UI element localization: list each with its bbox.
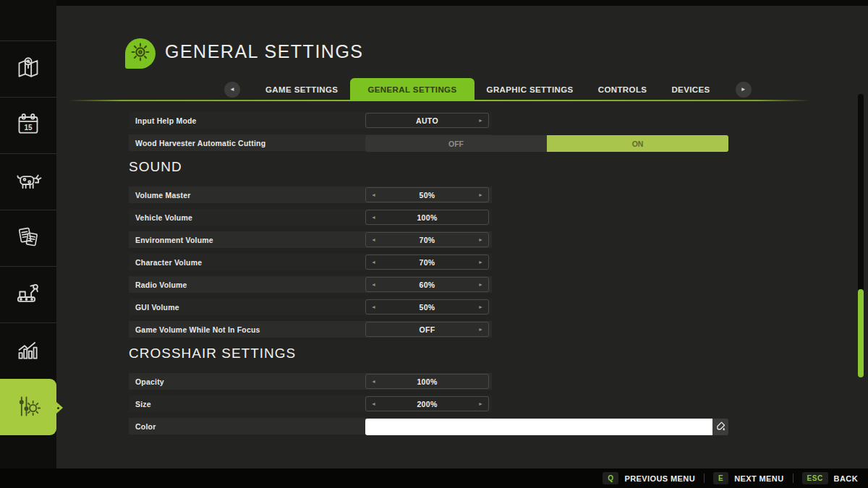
setting-row-volume-master: Volume Master ◄50%►: [129, 187, 492, 203]
color-swatch[interactable]: [365, 419, 712, 435]
setting-value-box[interactable]: ◄100%: [365, 374, 489, 389]
setting-row-radio-volume: Radio Volume ◄60%►: [129, 276, 492, 293]
setting-label: Radio Volume: [129, 281, 187, 289]
setting-value: OFF: [420, 325, 435, 334]
setting-row-game-volume-while-not-in-focus: Game Volume While Not In Focus OFF►: [129, 321, 492, 338]
stepper-left-arrow[interactable]: ◄: [371, 397, 376, 411]
setting-value: 200%: [417, 400, 437, 408]
sidebar-item-calendar[interactable]: 15: [0, 97, 56, 153]
shortcut-next-menu[interactable]: E NEXT MENU: [713, 472, 784, 484]
documents-icon: [14, 223, 43, 254]
setting-label: Volume Master: [129, 191, 191, 200]
sidebar-item-contracts[interactable]: [0, 210, 56, 266]
setting-label: Opacity: [129, 377, 164, 386]
setting-value: 50%: [420, 191, 435, 200]
setting-value: AUTO: [416, 116, 438, 125]
tab-devices[interactable]: DEVICES: [659, 78, 722, 101]
setting-row-environment-volume: Environment Volume ◄70%►: [129, 231, 492, 248]
statistics-icon: [14, 335, 43, 367]
scrollbar-thumb[interactable]: [858, 289, 864, 377]
setting-row-size: Size ◄200%►: [129, 395, 492, 412]
tabs-next-button[interactable]: ►: [736, 82, 752, 98]
key-label: NEXT MENU: [734, 474, 783, 483]
toggle-control: OFF ON: [365, 135, 728, 152]
stepper-left-arrow[interactable]: ◄: [371, 210, 376, 224]
settings-list: Input Help Mode AUTO► Wood Harvester Aut…: [129, 108, 492, 440]
key-label: PREVIOUS MENU: [624, 474, 695, 483]
tab-general-settings[interactable]: GENERAL SETTINGS: [350, 78, 474, 101]
stepper-left-arrow[interactable]: ◄: [371, 300, 376, 314]
setting-label: Game Volume While Not In Focus: [129, 325, 260, 334]
setting-label: Vehicle Volume: [129, 213, 192, 222]
page-title: GENERAL SETTINGS: [165, 41, 364, 62]
sidebar-item-statistics[interactable]: [0, 322, 56, 379]
stepper-left-arrow[interactable]: ◄: [371, 188, 376, 202]
calendar-icon: 15: [14, 110, 43, 142]
setting-value: 60%: [420, 281, 435, 289]
setting-label: Wood Harvester Automatic Cutting: [129, 139, 265, 147]
stepper-left-arrow[interactable]: ◄: [371, 255, 376, 269]
toggle-off-button[interactable]: OFF: [365, 135, 547, 152]
shortcut-separator: [793, 474, 793, 483]
stepper-right-arrow[interactable]: ►: [478, 255, 483, 269]
setting-label: Environment Volume: [129, 236, 213, 244]
setting-value-box[interactable]: ◄70%►: [365, 254, 489, 270]
sidebar-item-animals[interactable]: [0, 153, 56, 210]
setting-value-box[interactable]: ◄70%►: [365, 232, 489, 247]
setting-label: Color: [129, 422, 156, 431]
stepper-left-arrow[interactable]: ◄: [371, 278, 376, 291]
key-badge: Q: [603, 472, 618, 484]
stepper-right-arrow[interactable]: ►: [478, 233, 483, 247]
color-picker-button[interactable]: [712, 419, 728, 435]
shortcut-back[interactable]: ESC BACK: [802, 472, 858, 484]
setting-value: 70%: [420, 236, 435, 244]
setting-row-character-volume: Character Volume ◄70%►: [129, 254, 492, 270]
stepper-right-arrow[interactable]: ►: [478, 278, 483, 291]
tabs-prev-button[interactable]: ◄: [224, 82, 240, 98]
chevron-left-icon: ◄: [229, 87, 235, 93]
stepper-right-arrow[interactable]: ►: [478, 397, 483, 411]
sidebar-item-map[interactable]: [0, 40, 56, 97]
stepper-left-arrow[interactable]: ◄: [371, 374, 376, 388]
setting-value-box[interactable]: AUTO►: [365, 113, 489, 128]
setting-value-box[interactable]: ◄200%►: [365, 396, 489, 411]
chevron-right-icon: ►: [741, 87, 746, 93]
shortcut-previous-menu[interactable]: Q PREVIOUS MENU: [603, 472, 695, 484]
section-heading: CROSSHAIR SETTINGS: [129, 345, 492, 362]
tab-controls[interactable]: CONTROLS: [586, 78, 660, 101]
stepper-left-arrow[interactable]: ◄: [371, 233, 376, 247]
stepper-right-arrow[interactable]: ►: [478, 300, 483, 314]
tab-bar: ◄ GAME SETTINGSGENERAL SETTINGSGRAPHIC S…: [214, 78, 762, 101]
setting-value-box[interactable]: ◄50%►: [365, 187, 489, 202]
sidebar-item-production[interactable]: [0, 266, 56, 322]
setting-value-box[interactable]: ◄50%►: [365, 299, 489, 314]
svg-text:15: 15: [24, 123, 33, 131]
key-hints-bar: Q PREVIOUS MENUE NEXT MENUESC BACK: [0, 468, 868, 488]
setting-label: Size: [129, 400, 151, 408]
setting-value: 70%: [420, 258, 435, 267]
sidebar-item-settings[interactable]: [0, 379, 56, 435]
stepper-right-arrow[interactable]: ►: [478, 188, 483, 202]
setting-label: Character Volume: [129, 258, 202, 267]
tab-graphic-settings[interactable]: GRAPHIC SETTINGS: [475, 78, 586, 101]
key-label: BACK: [834, 474, 858, 483]
gear-icon: [128, 40, 153, 67]
color-picker-icon: [716, 421, 726, 434]
tab-game-settings[interactable]: GAME SETTINGS: [253, 78, 350, 101]
sidebar: 15: [0, 0, 56, 468]
stepper-right-arrow[interactable]: ►: [478, 114, 483, 127]
setting-value-box[interactable]: ◄60%►: [365, 277, 489, 292]
setting-value-box[interactable]: OFF►: [365, 322, 489, 337]
setting-row-wood-harvester-automatic-cutting: Wood Harvester Automatic Cutting OFF ON: [129, 134, 492, 151]
setting-row-input-help-mode: Input Help Mode AUTO►: [129, 112, 492, 129]
stepper-right-arrow[interactable]: ►: [478, 322, 483, 336]
color-control: [365, 419, 728, 435]
content-scrollbar-line: [511, 108, 512, 453]
tab-items: GAME SETTINGSGENERAL SETTINGSGRAPHIC SET…: [253, 78, 723, 101]
general-settings-screen: 15 GENERAL SETTINGS ◄ GAME SETTINGSGENER…: [0, 0, 868, 488]
setting-value: 100%: [417, 213, 437, 222]
setting-label: Input Help Mode: [129, 116, 197, 125]
toggle-on-button[interactable]: ON: [547, 135, 728, 152]
setting-value-box[interactable]: ◄100%: [365, 210, 489, 225]
production-icon: [14, 279, 43, 311]
